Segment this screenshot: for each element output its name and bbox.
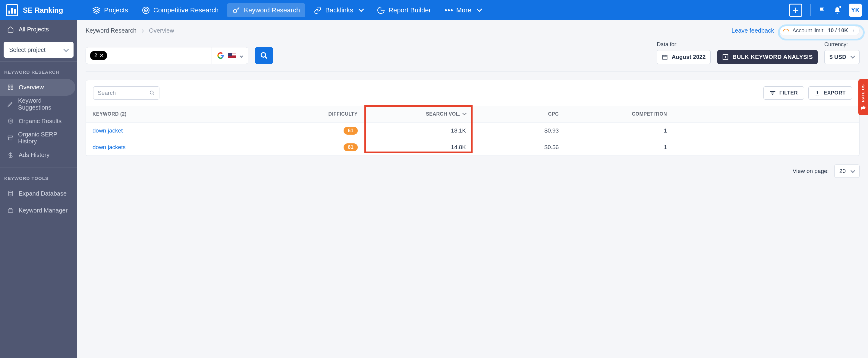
brand[interactable]: SE Ranking bbox=[6, 4, 63, 16]
brand-name: SE Ranking bbox=[23, 6, 63, 15]
account-limit-badge[interactable]: Account limit: 10 / 10K i bbox=[779, 26, 860, 35]
dollar-icon bbox=[7, 152, 14, 158]
crumb-separator: › bbox=[141, 26, 144, 35]
archive-icon bbox=[7, 135, 13, 141]
google-icon bbox=[217, 52, 224, 59]
svg-point-7 bbox=[451, 9, 453, 11]
sidebar-overview[interactable]: Overview bbox=[0, 79, 75, 96]
add-button[interactable] bbox=[789, 4, 802, 17]
cell-difficulty: 61 bbox=[256, 122, 364, 139]
svg-point-18 bbox=[261, 53, 266, 57]
project-selector-placeholder: Select project bbox=[9, 47, 45, 53]
rate-us-label: RATE US bbox=[861, 84, 865, 102]
sidebar-organic[interactable]: Organic Results bbox=[0, 113, 77, 130]
table-search-input[interactable]: Search bbox=[93, 86, 159, 100]
divider bbox=[86, 71, 860, 72]
crumb-root[interactable]: Keyword Research bbox=[86, 27, 136, 34]
cell-competition: 1 bbox=[565, 122, 674, 139]
nav-report-label: Report Builder bbox=[389, 6, 431, 14]
sidebar-expand-label: Expand Database bbox=[19, 190, 67, 197]
limit-value: 10 / 10K bbox=[828, 27, 848, 34]
project-selector[interactable]: Select project bbox=[4, 42, 73, 58]
export-button[interactable]: EXPORT bbox=[808, 86, 852, 100]
cell-difficulty: 61 bbox=[256, 139, 364, 156]
sidebar-manager-label: Keyword Manager bbox=[19, 207, 67, 214]
bulk-analysis-button[interactable]: BULK KEYWORD ANALYSIS bbox=[717, 50, 818, 64]
export-label: EXPORT bbox=[824, 90, 846, 96]
pie-icon bbox=[377, 6, 385, 14]
info-icon: i bbox=[853, 28, 854, 33]
header-right: YK bbox=[789, 4, 862, 17]
sidebar-expand[interactable]: Expand Database bbox=[0, 185, 77, 202]
cell-keyword[interactable]: down jacket bbox=[86, 122, 256, 139]
flag-icon[interactable] bbox=[818, 6, 826, 14]
search-button[interactable] bbox=[255, 47, 273, 64]
data-for-value: August 2022 bbox=[672, 54, 706, 60]
main-nav: Projects Competitive Research Keyword Re… bbox=[87, 3, 487, 17]
data-for-field: Data for: August 2022 bbox=[657, 42, 711, 64]
data-for-label: Data for: bbox=[657, 42, 711, 48]
bell-icon[interactable] bbox=[834, 6, 841, 14]
brand-logo-icon bbox=[6, 4, 18, 16]
col-difficulty[interactable]: DIFFICULTY bbox=[256, 106, 364, 122]
sidebar-serp-label: Organic SERP History bbox=[18, 131, 70, 145]
cell-volume: 18.1K bbox=[364, 122, 472, 139]
search-chip[interactable]: 2 ✕ bbox=[90, 51, 107, 60]
svg-rect-8 bbox=[8, 85, 10, 87]
filter-label: FILTER bbox=[779, 90, 798, 96]
svg-point-21 bbox=[150, 91, 153, 94]
sidebar-all-projects[interactable]: All Projects bbox=[0, 20, 77, 38]
cell-competition: 1 bbox=[565, 139, 674, 156]
svg-rect-15 bbox=[8, 137, 12, 140]
page-size-select[interactable]: 20 bbox=[834, 165, 860, 178]
svg-rect-9 bbox=[11, 85, 13, 87]
sidebar-suggestions[interactable]: Keyword Suggestions bbox=[0, 96, 77, 113]
svg-rect-17 bbox=[8, 209, 13, 213]
nav-projects[interactable]: Projects bbox=[87, 3, 133, 17]
sidebar-manager[interactable]: Keyword Manager bbox=[0, 202, 77, 219]
cell-keyword[interactable]: down jackets bbox=[86, 139, 256, 156]
col-volume[interactable]: SEARCH VOL. bbox=[364, 106, 472, 122]
nav-keyword[interactable]: Keyword Research bbox=[227, 3, 305, 17]
keyword-search-input[interactable]: 2 ✕ bbox=[86, 47, 248, 64]
col-spacer bbox=[674, 106, 859, 122]
key-icon bbox=[232, 6, 240, 14]
leave-feedback-link[interactable]: Leave feedback bbox=[732, 27, 774, 34]
filter-button[interactable]: FILTER bbox=[764, 86, 804, 100]
table-search-placeholder: Search bbox=[98, 90, 116, 96]
table-row: down jackets 61 14.8K $0.56 1 bbox=[86, 139, 859, 156]
main-toolbar: 2 ✕ Data for: August 2022 bbox=[77, 39, 868, 71]
layers-icon bbox=[93, 6, 100, 14]
currency-label: Currency: bbox=[824, 42, 860, 48]
col-keyword[interactable]: KEYWORD (2) bbox=[86, 106, 256, 122]
sidebar: All Projects Select project KEYWORD RESE… bbox=[0, 20, 77, 358]
nav-more[interactable]: More bbox=[439, 3, 487, 17]
col-competition[interactable]: COMPETITION bbox=[565, 106, 674, 122]
chip-clear-icon[interactable]: ✕ bbox=[99, 52, 104, 59]
nav-competitive[interactable]: Competitive Research bbox=[136, 3, 224, 17]
sidebar-serp[interactable]: Organic SERP History bbox=[0, 130, 77, 146]
nav-report[interactable]: Report Builder bbox=[372, 3, 436, 17]
svg-point-13 bbox=[10, 120, 11, 122]
sidebar-suggestions-label: Keyword Suggestions bbox=[18, 97, 70, 111]
section-keyword-tools: KEYWORD TOOLS bbox=[0, 168, 77, 185]
more-icon bbox=[445, 6, 453, 14]
user-avatar[interactable]: YK bbox=[849, 4, 862, 17]
search-engine-selector[interactable] bbox=[212, 47, 248, 64]
upload-icon bbox=[815, 90, 820, 96]
gauge-icon bbox=[783, 29, 789, 32]
calendar-icon bbox=[662, 54, 668, 60]
cell-volume: 14.8K bbox=[364, 139, 472, 156]
chip-count: 2 bbox=[94, 53, 97, 59]
pager-label: View on page: bbox=[793, 168, 829, 174]
svg-point-6 bbox=[447, 9, 450, 11]
sidebar-ads[interactable]: Ads History bbox=[0, 146, 77, 163]
data-for-selector[interactable]: August 2022 bbox=[657, 50, 711, 64]
col-cpc[interactable]: CPC bbox=[472, 106, 565, 122]
home-icon bbox=[7, 26, 14, 33]
nav-backlinks[interactable]: Backlinks bbox=[308, 3, 369, 17]
currency-selector[interactable]: $ USD bbox=[824, 50, 860, 64]
thumb-icon bbox=[861, 105, 866, 110]
chevron-down-icon bbox=[240, 51, 243, 60]
rate-us-tab[interactable]: RATE US bbox=[858, 79, 868, 115]
